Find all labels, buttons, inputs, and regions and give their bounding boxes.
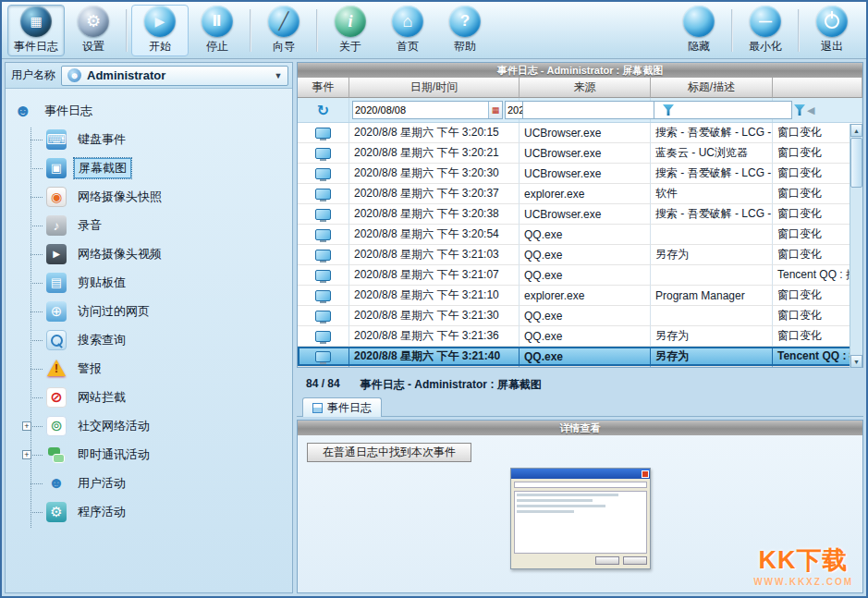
- thumb-titlebar: [511, 469, 650, 479]
- date-from-picker: [352, 101, 503, 119]
- toolbar-label: 事件日志: [14, 39, 58, 55]
- toolbar-hide-button[interactable]: 隐藏: [670, 5, 727, 56]
- sidebar-item-instant-messaging[interactable]: 即时通讯活动: [6, 440, 292, 469]
- table-row[interactable]: 2020/8/8 星期六 下午 3:20:38 UCBrowser.exe 搜索…: [298, 204, 862, 225]
- screenshot-icon: [46, 158, 67, 178]
- column-header-title[interactable]: 标题/描述: [651, 78, 773, 98]
- refresh-icon[interactable]: [317, 102, 329, 119]
- expand-plus-icon[interactable]: [22, 450, 31, 459]
- detail-title-bar: 详情查看: [298, 421, 862, 435]
- monitor-icon: [315, 331, 331, 342]
- monitor-icon: [315, 270, 331, 281]
- person-icon: [46, 473, 67, 494]
- expand-plus-icon[interactable]: [22, 421, 31, 431]
- log-table-icon: [312, 403, 323, 413]
- scrollbar-thumb[interactable]: [850, 138, 862, 188]
- user-dropdown[interactable]: Administrator: [61, 66, 288, 86]
- cell-source: QQ.exe: [520, 265, 651, 286]
- toolbar-label: 设置: [82, 39, 104, 55]
- toolbar-settings-button[interactable]: 设置: [65, 5, 122, 56]
- scroll-up-icon[interactable]: ▲: [850, 124, 862, 137]
- table-row[interactable]: 2020/8/8 星期六 下午 3:20:30 UCBrowser.exe 搜索…: [298, 164, 862, 184]
- cell-title: 搜索 - 吾爱破解 - LCG - l: [651, 204, 773, 225]
- column-header-datetime[interactable]: 日期/时间: [349, 78, 520, 98]
- sidebar-item-social-network[interactable]: 社交网络活动: [6, 411, 292, 440]
- sidebar-item-program-activity[interactable]: 程序活动: [6, 497, 292, 526]
- date-from-input[interactable]: [353, 104, 488, 116]
- table-row[interactable]: 2020/8/8 星期六 下午 3:20:37 explorer.exe 软件 …: [298, 184, 862, 204]
- column-header-event[interactable]: 事件: [298, 78, 349, 98]
- home-icon: [392, 6, 423, 37]
- table-row[interactable]: 2020/8/8 星期六 下午 3:21:30 QQ.exe 窗口变化: [298, 306, 862, 326]
- warning-icon: [46, 359, 67, 379]
- status-text: 事件日志 - Administrator : 屏幕截图: [361, 377, 542, 393]
- monitor-icon: [315, 148, 331, 159]
- calendar-icon[interactable]: [488, 102, 502, 118]
- sidebar-item-keyboard-events[interactable]: 键盘事件: [6, 125, 292, 153]
- cell-title: [651, 306, 773, 326]
- toolbar-minimize-button[interactable]: 最小化: [737, 5, 794, 56]
- chat-bubbles-icon: [46, 445, 67, 465]
- app-window: 事件日志 设置 开始 停止 向导 关于 首页 帮: [0, 0, 868, 598]
- toolbar-help-button[interactable]: 帮助: [436, 5, 494, 56]
- toolbar-about-button[interactable]: 关于: [322, 5, 379, 56]
- table-row[interactable]: 2020/8/8 星期六 下午 3:20:21 UCBrowser.exe 蓝奏…: [298, 143, 862, 164]
- social-network-icon: [46, 416, 67, 436]
- column-header-extra[interactable]: [773, 78, 862, 98]
- exit-icon: [816, 6, 848, 37]
- toolbar-exit-button[interactable]: 退出: [803, 5, 861, 56]
- cell-datetime: 2020/8/8 星期六 下午 3:20:38: [349, 204, 520, 225]
- detail-content: 在普通日志中找到本次事件: [298, 435, 862, 592]
- table-row[interactable]: 2020/8/8 星期六 下午 3:21:03 QQ.exe 另存为 窗口变化: [298, 245, 862, 265]
- sidebar-item-audio-recording[interactable]: 录音: [6, 211, 292, 239]
- cell-title: 另存为: [651, 347, 773, 367]
- sidebar-item-alerts[interactable]: 警报: [6, 354, 292, 383]
- user-name-label: 用户名称: [11, 67, 55, 83]
- toolbar-start-button[interactable]: 开始: [131, 5, 189, 56]
- cell-title: 搜索 - 吾爱破解 - LCG - l: [651, 123, 773, 143]
- sidebar-item-clipboard[interactable]: 剪贴板值: [6, 268, 292, 297]
- screenshot-thumbnail[interactable]: [510, 468, 651, 569]
- toolbar-event-log-button[interactable]: 事件日志: [7, 5, 65, 56]
- event-log-icon: [20, 6, 52, 37]
- monitor-icon: [315, 250, 331, 261]
- filter-cell-refresh: [298, 98, 349, 122]
- toolbar-stop-button[interactable]: 停止: [189, 5, 246, 56]
- tab-event-log[interactable]: 事件日志: [302, 397, 382, 417]
- sidebar-item-search-queries[interactable]: 搜索查询: [6, 325, 292, 354]
- globe-icon: [46, 301, 67, 322]
- sidebar-item-event-log[interactable]: 事件日志: [6, 96, 292, 125]
- cell-datetime: 2020/8/8 星期六 下午 3:21:40: [349, 347, 520, 367]
- vertical-scrollbar[interactable]: ▲ ▼: [850, 124, 862, 368]
- title-filter-input[interactable]: [654, 101, 792, 119]
- table-row-selected[interactable]: 2020/8/8 星期六 下午 3:21:40 QQ.exe 另存为 Tence…: [298, 347, 862, 367]
- table-row[interactable]: 2020/8/8 星期六 下午 3:21:36 QQ.exe 另存为 窗口变化: [298, 326, 862, 347]
- sidebar-item-visited-webpages[interactable]: 访问过的网页: [6, 297, 292, 325]
- column-header-source[interactable]: 来源: [520, 78, 651, 98]
- filter-cell-source: [520, 98, 651, 122]
- toolbar-home-button[interactable]: 首页: [379, 5, 436, 56]
- cell-datetime: 2020/8/8 星期六 下午 3:21:07: [349, 265, 520, 286]
- cell-datetime: 2020/8/8 星期六 下午 3:20:30: [349, 164, 520, 184]
- toolbar-label: 帮助: [454, 39, 476, 55]
- user-avatar-icon: [67, 68, 81, 82]
- scroll-down-icon[interactable]: ▼: [850, 355, 862, 368]
- source-filter-input[interactable]: [522, 101, 661, 119]
- sidebar-item-website-blocking[interactable]: 网站拦截: [6, 383, 292, 411]
- table-row[interactable]: 2020/8/8 星期六 下午 3:21:07 QQ.exe Tencent Q…: [298, 265, 862, 286]
- user-dropdown-value: Administrator: [87, 68, 265, 82]
- cell-source: explorer.exe: [520, 286, 651, 306]
- cell-title: Program Manager: [651, 286, 773, 306]
- toolbar-wizard-button[interactable]: 向导: [255, 5, 312, 56]
- chevron-down-icon[interactable]: [271, 67, 286, 84]
- table-row[interactable]: 2020/8/8 星期六 下午 3:20:54 QQ.exe 窗口变化: [298, 225, 862, 245]
- sidebar-item-webcam-snapshots[interactable]: 网络摄像头快照: [6, 182, 292, 211]
- find-in-log-button[interactable]: 在普通日志中找到本次事件: [307, 443, 471, 462]
- sidebar-item-webcam-video[interactable]: 网络摄像头视频: [6, 239, 292, 268]
- table-row[interactable]: 2020/8/8 星期六 下午 3:21:10 explorer.exe Pro…: [298, 286, 862, 306]
- sidebar-item-screenshots[interactable]: 屏幕截图: [6, 153, 292, 182]
- clipboard-icon: [46, 273, 67, 293]
- sidebar-item-user-activity[interactable]: 用户活动: [6, 469, 292, 497]
- table-body: 2020/8/8 星期六 下午 3:20:15 UCBrowser.exe 搜索…: [298, 123, 862, 367]
- table-row[interactable]: 2020/8/8 星期六 下午 3:20:15 UCBrowser.exe 搜索…: [298, 123, 862, 143]
